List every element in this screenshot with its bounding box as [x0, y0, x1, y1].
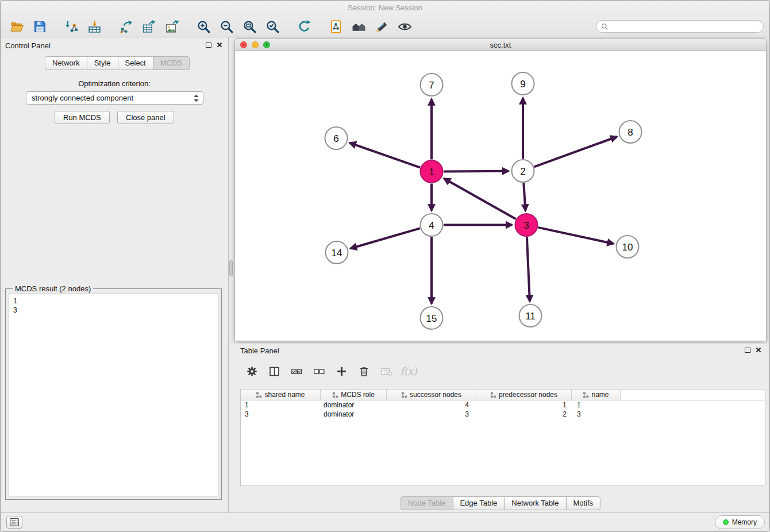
- export-image-button[interactable]: [160, 17, 183, 36]
- splitter-handle[interactable]: [229, 260, 233, 276]
- criterion-dropdown[interactable]: strongly connected component: [26, 91, 203, 105]
- nested-networks-button[interactable]: [347, 17, 370, 36]
- column-header-successor-nodes[interactable]: successor nodes: [387, 390, 476, 400]
- network-canvas[interactable]: 7968124314101511: [234, 51, 767, 341]
- table-close-icon[interactable]: [756, 347, 761, 353]
- show-hide-button[interactable]: [393, 17, 416, 36]
- tab-network[interactable]: Network: [45, 56, 87, 70]
- attribute-icon: [256, 392, 262, 398]
- table-panel-header: Table Panel: [234, 344, 767, 358]
- table-cell[interactable]: dominator: [321, 410, 387, 419]
- memory-button[interactable]: Memory: [715, 515, 765, 529]
- node-3[interactable]: 3: [515, 214, 538, 236]
- select-all-icon: [291, 365, 303, 377]
- edge-1-6[interactable]: [350, 143, 421, 168]
- zoom-fit-button[interactable]: [238, 17, 261, 36]
- delete-table-button[interactable]: [379, 364, 393, 379]
- column-header-shared-name[interactable]: shared name: [241, 390, 321, 400]
- columns-icon: [268, 365, 280, 377]
- table-cell[interactable]: 2: [476, 410, 572, 419]
- node-2[interactable]: 2: [512, 160, 534, 182]
- edge-3-1[interactable]: [444, 179, 516, 219]
- maximize-window-button[interactable]: +: [263, 41, 270, 48]
- toolbar-separator: [284, 26, 292, 27]
- node-7[interactable]: 7: [421, 74, 443, 96]
- dropdown-arrows-icon: [193, 94, 199, 103]
- node-15[interactable]: 15: [421, 307, 443, 329]
- table-cell[interactable]: 1: [572, 400, 621, 410]
- zoom-in-button[interactable]: [192, 17, 215, 36]
- close-window-button[interactable]: ×: [240, 41, 247, 48]
- style-button[interactable]: [370, 17, 393, 36]
- float-panel-icon[interactable]: [206, 43, 211, 48]
- export-table-button[interactable]: [137, 17, 160, 36]
- close-panel-icon[interactable]: [217, 42, 222, 48]
- edge-2-3[interactable]: [523, 183, 525, 211]
- table-cell[interactable]: 4: [387, 400, 476, 410]
- table-toolbar: f(x): [245, 363, 415, 380]
- show-columns-button[interactable]: [267, 364, 281, 379]
- table-tab-edge-table[interactable]: Edge Table: [452, 496, 505, 510]
- select-all-button[interactable]: [290, 364, 303, 379]
- minimize-window-button[interactable]: −: [252, 41, 259, 48]
- zoom-out-button[interactable]: [215, 17, 238, 36]
- refresh-layout-button[interactable]: [292, 17, 315, 36]
- edge-3-11[interactable]: [527, 237, 530, 302]
- column-header-MCDS-role[interactable]: MCDS role: [321, 390, 387, 400]
- import-table-button[interactable]: [83, 17, 106, 36]
- import-network-button[interactable]: [60, 17, 83, 36]
- edge-3-10[interactable]: [538, 228, 614, 244]
- table-row[interactable]: 1dominator411: [241, 400, 765, 410]
- node-6[interactable]: 6: [325, 127, 348, 149]
- table-settings-button[interactable]: [245, 364, 259, 379]
- delete-column-button[interactable]: [357, 364, 371, 379]
- edge-4-14[interactable]: [351, 228, 420, 248]
- table-tab-motifs[interactable]: Motifs: [565, 496, 600, 510]
- tab-mcds[interactable]: MCDS: [153, 56, 190, 70]
- function-builder-button[interactable]: f(x): [402, 364, 415, 379]
- table-cell[interactable]: 3: [387, 410, 476, 419]
- node-14[interactable]: 14: [326, 241, 348, 264]
- node-8[interactable]: 8: [619, 121, 642, 143]
- application-window: Session: New Session Control Panel: [0, 0, 770, 532]
- edge-1-2[interactable]: [444, 171, 509, 172]
- table-cell[interactable]: 3: [241, 410, 321, 419]
- node-11[interactable]: 11: [519, 304, 542, 327]
- node-label: 8: [627, 127, 633, 138]
- table-cell[interactable]: 3: [572, 410, 621, 419]
- column-header-predecessor-nodes[interactable]: predecessor nodes: [476, 390, 572, 400]
- table-tab-node-table[interactable]: Node Table: [401, 496, 453, 510]
- node-4[interactable]: 4: [421, 214, 443, 236]
- attribute-icon: [583, 392, 589, 398]
- save-session-button[interactable]: [28, 17, 51, 36]
- network-window-titlebar[interactable]: × − + scc.txt: [234, 38, 767, 51]
- tab-select[interactable]: Select: [118, 56, 153, 70]
- node-1[interactable]: 1: [421, 160, 443, 183]
- search-box[interactable]: [596, 20, 764, 33]
- network-file-button[interactable]: [324, 17, 347, 36]
- result-line: 1: [13, 296, 214, 306]
- deselect-all-button[interactable]: [312, 364, 326, 379]
- zoom-selected-button[interactable]: [261, 17, 284, 36]
- node-9[interactable]: 9: [512, 72, 534, 95]
- column-header-name[interactable]: name: [572, 390, 621, 400]
- table-tab-network-table[interactable]: Network Table: [504, 496, 566, 510]
- search-input[interactable]: [609, 22, 763, 30]
- export-network-button[interactable]: [114, 17, 137, 36]
- table-cell[interactable]: 1: [476, 400, 572, 410]
- node-10[interactable]: 10: [617, 236, 639, 258]
- close-panel-button[interactable]: Close panel: [117, 111, 174, 124]
- table-cell[interactable]: dominator: [321, 400, 387, 410]
- table-panel-title: Table Panel: [240, 346, 279, 355]
- add-column-button[interactable]: [334, 364, 348, 379]
- table-row[interactable]: 3dominator323: [241, 410, 765, 419]
- run-mcds-button[interactable]: Run MCDS: [55, 111, 110, 124]
- edge-2-8[interactable]: [534, 137, 617, 167]
- title-bar[interactable]: Session: New Session: [1, 1, 769, 16]
- node-label: 15: [426, 313, 437, 324]
- table-float-icon[interactable]: [745, 348, 750, 353]
- panel-selector-button[interactable]: [6, 516, 22, 529]
- open-file-button[interactable]: [5, 17, 28, 36]
- tab-style[interactable]: Style: [87, 56, 118, 70]
- table-cell[interactable]: 1: [241, 400, 321, 410]
